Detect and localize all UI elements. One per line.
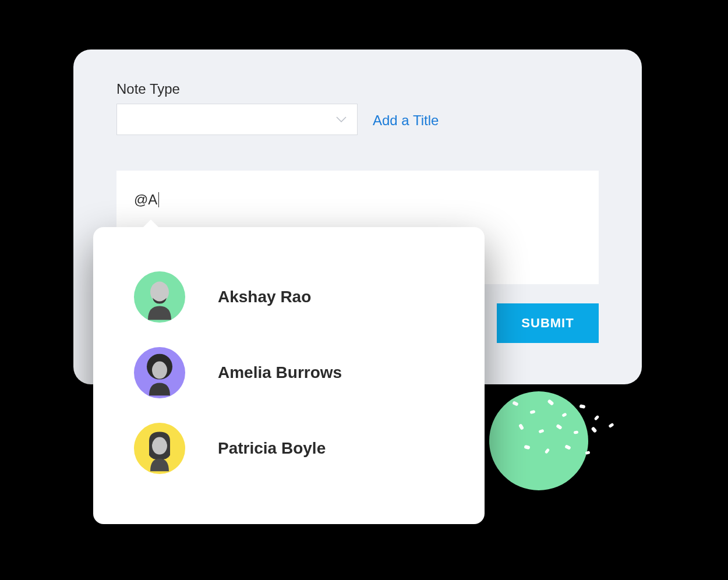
mention-name: Akshay Rao: [218, 288, 311, 306]
note-type-label: Note Type: [116, 81, 180, 97]
decorative-dots: [507, 396, 623, 466]
popup-caret: [143, 220, 159, 228]
note-type-select[interactable]: [116, 104, 358, 135]
mention-name: Amelia Burrows: [218, 363, 342, 382]
svg-point-2: [152, 362, 167, 379]
chevron-down-icon: [336, 116, 347, 122]
text-cursor: [158, 192, 159, 207]
mention-item[interactable]: Akshay Rao: [93, 259, 485, 335]
submit-button[interactable]: SUBMIT: [497, 303, 599, 343]
avatar: [134, 423, 185, 474]
avatar: [134, 347, 185, 398]
avatar: [134, 271, 185, 323]
mention-item[interactable]: Patricia Boyle: [93, 411, 485, 486]
mention-item[interactable]: Amelia Burrows: [93, 335, 485, 411]
add-title-link[interactable]: Add a Title: [373, 112, 439, 129]
mention-name: Patricia Boyle: [218, 439, 326, 458]
note-textarea-value: @A: [134, 192, 157, 207]
mention-popup: Akshay Rao Amelia Burrows Patricia Boy: [93, 227, 485, 524]
mention-list: Akshay Rao Amelia Burrows Patricia Boy: [93, 227, 485, 486]
svg-point-3: [152, 437, 167, 455]
